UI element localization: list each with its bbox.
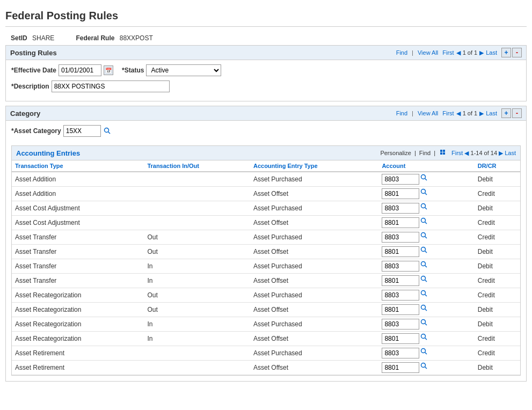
category-first-link[interactable]: First bbox=[442, 110, 454, 116]
account-input[interactable] bbox=[382, 261, 419, 272]
asset-category-search-icon[interactable] bbox=[103, 127, 112, 135]
account-input[interactable] bbox=[382, 333, 419, 344]
accounting-first-link[interactable]: First bbox=[451, 150, 463, 156]
cell-transaction-in-out bbox=[144, 201, 250, 216]
table-row: Asset AdditionAsset PurchasedDebit bbox=[12, 172, 520, 187]
account-input[interactable] bbox=[382, 275, 419, 286]
account-input[interactable] bbox=[382, 362, 419, 373]
posting-rules-header: Posting Rules Find | View All First ◀ 1 … bbox=[6, 46, 526, 60]
account-input[interactable] bbox=[382, 188, 419, 199]
account-search-icon[interactable] bbox=[420, 174, 428, 181]
asset-category-input[interactable] bbox=[63, 125, 101, 137]
account-search-icon[interactable] bbox=[420, 246, 428, 254]
category-view-all-link[interactable]: View All bbox=[418, 110, 438, 116]
account-input[interactable] bbox=[382, 246, 419, 257]
svg-point-26 bbox=[421, 320, 426, 324]
account-input[interactable] bbox=[382, 304, 419, 315]
account-search-icon[interactable] bbox=[420, 203, 428, 210]
setid-field: SetID SHARE bbox=[11, 34, 54, 42]
account-search-icon[interactable] bbox=[420, 217, 428, 225]
account-input[interactable] bbox=[382, 290, 419, 301]
svg-line-13 bbox=[425, 222, 427, 224]
svg-rect-4 bbox=[440, 152, 442, 155]
account-search-icon[interactable] bbox=[420, 290, 428, 297]
account-search-icon[interactable] bbox=[420, 319, 428, 326]
table-row: Asset RecategorizationOutAsset OffsetDeb… bbox=[12, 303, 520, 317]
posting-rules-find-link[interactable]: Find bbox=[396, 49, 407, 56]
category-next-arrow[interactable]: ▶ bbox=[479, 110, 484, 117]
accounting-prev-arrow[interactable]: ◀ bbox=[464, 150, 469, 156]
cell-transaction-type: Asset Recategorization bbox=[12, 303, 144, 317]
cell-transaction-type: Asset Recategorization bbox=[12, 288, 144, 303]
account-input[interactable] bbox=[382, 319, 419, 330]
category-add-button[interactable]: + bbox=[501, 108, 511, 118]
posting-rules-first-link[interactable]: First bbox=[442, 49, 454, 56]
cell-dr-cr: Debit bbox=[475, 245, 520, 259]
account-search-icon[interactable] bbox=[420, 348, 428, 355]
cell-transaction-type: Asset Retirement bbox=[12, 361, 144, 375]
svg-point-24 bbox=[421, 305, 426, 310]
accounting-grid-icon[interactable] bbox=[439, 148, 448, 158]
cell-accounting-entry-type: Asset Offset bbox=[250, 332, 378, 346]
posting-rules-page-info: 1 of 1 bbox=[463, 49, 478, 56]
col-account: Account bbox=[378, 160, 474, 172]
svg-line-29 bbox=[425, 338, 427, 340]
account-search-icon[interactable] bbox=[420, 275, 428, 283]
posting-rules-prev-arrow[interactable]: ◀ bbox=[456, 49, 461, 56]
effective-date-input[interactable] bbox=[59, 64, 101, 76]
cell-accounting-entry-type: Asset Purchased bbox=[250, 346, 378, 361]
setid-value: SHARE bbox=[32, 34, 54, 42]
posting-rules-view-all-link[interactable]: View All bbox=[418, 49, 438, 56]
category-prev-arrow[interactable]: ◀ bbox=[456, 110, 461, 117]
svg-point-18 bbox=[421, 262, 426, 266]
status-select[interactable]: Active Inactive bbox=[146, 64, 221, 76]
accounting-next-arrow[interactable]: ▶ bbox=[499, 150, 503, 156]
account-search-icon[interactable] bbox=[420, 304, 428, 312]
posting-rules-remove-button[interactable]: - bbox=[512, 48, 522, 57]
description-input[interactable] bbox=[52, 80, 170, 92]
cell-account bbox=[378, 332, 474, 346]
calendar-icon[interactable]: 📅 bbox=[104, 65, 113, 75]
table-row: Asset TransferOutAsset PurchasedCredit bbox=[12, 230, 520, 245]
account-input[interactable] bbox=[382, 232, 419, 243]
cell-transaction-type: Asset Transfer bbox=[12, 245, 144, 259]
cell-accounting-entry-type: Asset Purchased bbox=[250, 172, 378, 187]
accounting-last-link[interactable]: Last bbox=[505, 150, 516, 156]
cell-account bbox=[378, 346, 474, 361]
accounting-personalize-link[interactable]: Personalize bbox=[380, 150, 411, 156]
posting-rules-nav-info: First ◀ 1 of 1 ▶ Last bbox=[442, 49, 497, 56]
category-last-link[interactable]: Last bbox=[486, 110, 497, 116]
cell-account bbox=[378, 274, 474, 288]
category-add-remove: + - bbox=[501, 108, 522, 118]
account-search-icon[interactable] bbox=[420, 362, 428, 370]
account-input[interactable] bbox=[382, 174, 419, 185]
posting-rules-last-link[interactable]: Last bbox=[486, 49, 497, 56]
svg-point-16 bbox=[421, 247, 426, 252]
account-search-icon[interactable] bbox=[420, 261, 428, 268]
accounting-nav-info: First ◀ 1-14 of 14 ▶ Last bbox=[451, 150, 516, 157]
cell-transaction-in-out bbox=[144, 216, 250, 230]
category-remove-button[interactable]: - bbox=[512, 108, 522, 118]
posting-rules-next-arrow[interactable]: ▶ bbox=[479, 49, 484, 56]
cell-transaction-in-out bbox=[144, 187, 250, 201]
table-row: Asset RecategorizationInAsset PurchasedD… bbox=[12, 317, 520, 332]
accounting-entries-nav: Personalize | Find | First ◀ 1-14 of 14 bbox=[380, 148, 516, 158]
cell-dr-cr: Credit bbox=[475, 187, 520, 201]
cell-accounting-entry-type: Asset Offset bbox=[250, 303, 378, 317]
description-field: *Description bbox=[11, 80, 170, 92]
cell-dr-cr: Debit bbox=[475, 317, 520, 332]
cell-transaction-type: Asset Transfer bbox=[12, 274, 144, 288]
account-input[interactable] bbox=[382, 217, 419, 228]
account-input[interactable] bbox=[382, 348, 419, 358]
account-search-icon[interactable] bbox=[420, 232, 428, 239]
svg-point-30 bbox=[421, 349, 426, 353]
account-search-icon[interactable] bbox=[420, 188, 428, 196]
category-body: *Asset Category bbox=[6, 121, 526, 145]
category-find-link[interactable]: Find bbox=[396, 110, 407, 116]
table-row: Asset RecategorizationInAsset OffsetCred… bbox=[12, 332, 520, 346]
account-search-icon[interactable] bbox=[420, 333, 428, 341]
posting-rules-add-button[interactable]: + bbox=[501, 48, 511, 57]
account-input[interactable] bbox=[382, 203, 419, 214]
posting-rules-title: Posting Rules bbox=[10, 49, 57, 57]
accounting-find-link[interactable]: Find bbox=[419, 150, 431, 156]
